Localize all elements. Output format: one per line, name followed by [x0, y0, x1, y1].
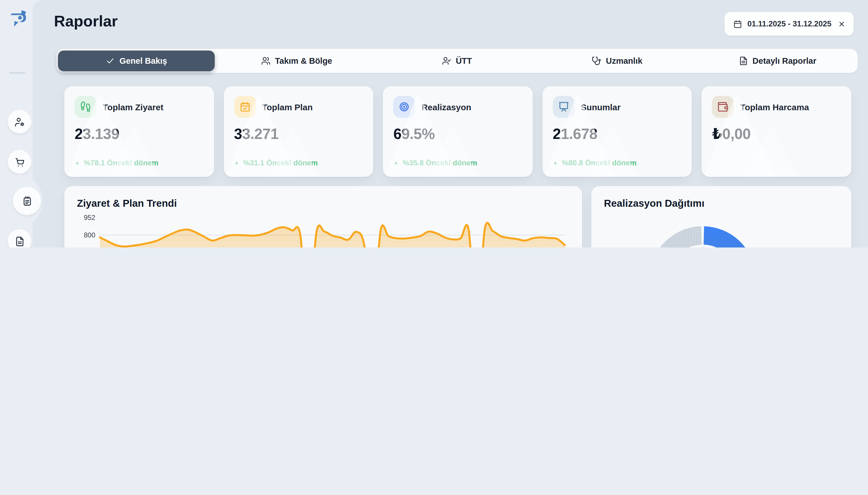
stethoscope-icon: [592, 56, 601, 66]
kpi-delta-text: %31.1 Önceki dönem: [243, 158, 318, 167]
kpi-value: 33.271: [234, 125, 363, 143]
donut-chart: %69.5 Realizasyon: [604, 212, 839, 248]
kpi-toplam-harcama: Toplam Harcama ₺0,00: [702, 86, 851, 177]
report-tabs: Genel Bakış Takım & Bölge ÜTT Uzmanlık D…: [56, 49, 858, 73]
charts-row: Ziyaret & Plan Trendi 952800600400200002…: [64, 186, 851, 248]
svg-text:952: 952: [84, 214, 95, 221]
kpi-realizasyon: Realizasyon 69.5% ▲%35.8 Önceki dönem: [383, 86, 533, 177]
trend-up-icon: ▲: [75, 160, 80, 165]
sidebar-divider: [9, 72, 25, 73]
bullseye-icon: [393, 96, 415, 118]
tab-label: ÜTT: [456, 56, 472, 66]
kpi-toplam-plan: Toplam Plan 33.271 ▲%31.1 Önceki dönem: [224, 86, 373, 177]
kpi-value: 69.5%: [393, 125, 522, 143]
donut-chart-card: Realizasyon Dağıtımı: [591, 186, 851, 248]
page-title: Raporlar: [54, 13, 118, 31]
sidebar-item-user-settings[interactable]: [8, 110, 31, 133]
wallet-icon: [712, 96, 734, 118]
users-icon: [261, 56, 271, 66]
kpi-label: Toplam Harcama: [740, 102, 809, 112]
app-window: Raporlar 01.11.2025 - 31.12.2025 ✕ Genel…: [0, 0, 868, 248]
date-range-value: 01.11.2025 - 31.12.2025: [747, 19, 832, 28]
sidebar-item-reports-active[interactable]: [13, 187, 41, 215]
tab-genel-bakis[interactable]: Genel Bakış: [58, 51, 215, 71]
tab-label: Takım & Bölge: [275, 56, 332, 66]
donut-chart-svg: [604, 212, 839, 248]
kpi-label: Realizasyon: [421, 102, 471, 112]
tab-takim-bolge[interactable]: Takım & Bölge: [218, 51, 375, 71]
trend-up-icon: ▲: [393, 160, 398, 165]
trend-chart-title: Ziyaret & Plan Trendi: [77, 198, 570, 210]
check-icon: [106, 56, 115, 66]
calendar-check-icon: [234, 96, 256, 118]
tab-label: Uzmanlık: [606, 56, 642, 66]
kpi-label: Sunumlar: [581, 102, 621, 112]
kpi-value: 21.678: [553, 125, 682, 143]
sidebar-item-documents[interactable]: [8, 230, 31, 248]
tab-uzmanlik[interactable]: Uzmanlık: [539, 51, 695, 71]
kpi-value: ₺0,00: [712, 125, 841, 143]
clear-date-icon[interactable]: ✕: [838, 19, 845, 29]
shopping-cart-icon: [14, 156, 25, 167]
notepad-icon: [21, 195, 32, 206]
kpi-cards: Toplam Ziyaret 23.139 ▲%78.1 Önceki döne…: [64, 86, 851, 177]
file-text-icon: [739, 56, 748, 66]
kpi-delta-text: %78.1 Önceki dönem: [84, 158, 158, 167]
main-content: Raporlar 01.11.2025 - 31.12.2025 ✕ Genel…: [33, 0, 868, 248]
kpi-label: Toplam Plan: [262, 102, 313, 112]
svg-text:800: 800: [84, 231, 95, 239]
kpi-delta-text: %35.8 Önceki dönem: [402, 158, 477, 167]
trend-up-icon: ▲: [234, 160, 239, 165]
sidebar-item-orders[interactable]: [8, 151, 31, 173]
presentation-icon: [553, 96, 575, 118]
tab-detayli-raporlar[interactable]: Detaylı Raporlar: [699, 51, 856, 71]
date-range-picker[interactable]: 01.11.2025 - 31.12.2025 ✕: [725, 12, 854, 36]
footprints-icon: [75, 96, 97, 118]
sidebar: [0, 0, 33, 248]
kpi-toplam-ziyaret: Toplam Ziyaret 23.139 ▲%78.1 Önceki döne…: [64, 86, 214, 177]
kpi-delta-text: %80.8 Önceki dönem: [562, 158, 636, 167]
calendar-icon: [733, 19, 742, 29]
donut-chart-title: Realizasyon Dağıtımı: [604, 198, 839, 210]
tab-utt[interactable]: ÜTT: [379, 51, 535, 71]
tab-label: Genel Bakış: [119, 56, 167, 66]
trend-chart-card: Ziyaret & Plan Trendi 952800600400200002…: [64, 186, 582, 248]
user-check-icon: [442, 56, 451, 66]
trend-up-icon: ▲: [553, 160, 558, 165]
app-logo-bird-icon[interactable]: [8, 7, 30, 29]
kpi-sunumlar: Sunumlar 21.678 ▲%80.8 Önceki dönem: [542, 86, 692, 177]
file-text-icon: [14, 236, 25, 246]
kpi-label: Toplam Ziyaret: [103, 102, 163, 112]
kpi-value: 23.139: [75, 125, 204, 143]
tab-label: Detaylı Raporlar: [752, 56, 816, 66]
trend-chart-svg: 952800600400200002/1112/1124/1102/1211/1…: [77, 211, 570, 248]
user-gear-icon: [14, 116, 25, 127]
